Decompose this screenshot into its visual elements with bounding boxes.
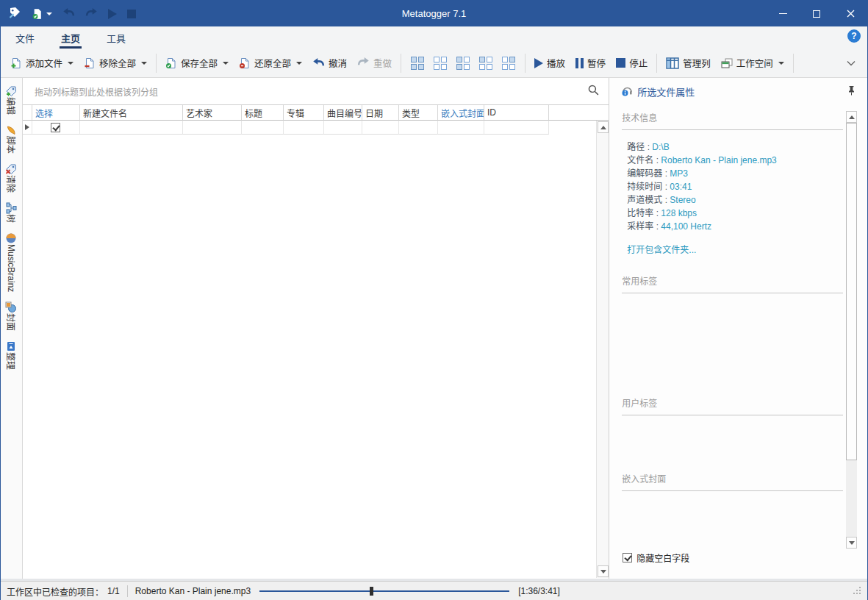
layout-preset-none-icon[interactable] bbox=[434, 57, 447, 70]
scroll-down-button[interactable] bbox=[598, 565, 609, 577]
app-window: Metatogger 7.1 文件 主页 工具 ? 添加文件 移除全部 保存全部 bbox=[0, 0, 868, 600]
pause-button[interactable]: 暂停 bbox=[570, 52, 611, 74]
layout-preset-topright-icon[interactable] bbox=[502, 57, 515, 70]
tab-tools[interactable]: 工具 bbox=[105, 26, 127, 49]
undo-label: 撤消 bbox=[329, 56, 347, 70]
stop-button[interactable]: 停止 bbox=[611, 52, 653, 74]
qat-save-all-button[interactable] bbox=[32, 8, 52, 20]
save-all-dropdown-caret[interactable] bbox=[223, 62, 229, 65]
undo-button[interactable]: 撤消 bbox=[307, 52, 352, 74]
organize-icon bbox=[5, 338, 17, 350]
hide-empty-fields-checkbox[interactable] bbox=[623, 553, 632, 562]
row-indicator bbox=[23, 121, 32, 135]
pin-icon[interactable] bbox=[847, 85, 856, 98]
sidebar-item-covers[interactable]: 封面 bbox=[5, 299, 18, 331]
restore-all-button[interactable]: 还原全部 bbox=[234, 52, 307, 74]
close-button[interactable] bbox=[833, 1, 867, 26]
layout-preset-topleft-icon[interactable] bbox=[479, 57, 492, 70]
qat-save-dropdown-caret[interactable] bbox=[46, 12, 52, 15]
scroll-up-button[interactable] bbox=[598, 121, 609, 133]
toolbar-overflow-button[interactable] bbox=[847, 58, 856, 68]
qat-undo-button[interactable] bbox=[62, 7, 75, 21]
toolbar-separator bbox=[156, 54, 157, 73]
hide-empty-fields-label: 隐藏空白字段 bbox=[636, 551, 689, 564]
open-containing-folder-link[interactable]: 打开包含文件夹... bbox=[627, 243, 843, 255]
tech-info-rows: 路径 : D:\B 文件名 : Roberto Kan - Plain jene… bbox=[627, 140, 843, 233]
play-icon bbox=[534, 58, 543, 68]
column-header-tracknumber[interactable]: 曲目编号 bbox=[324, 105, 362, 121]
remove-all-dropdown-caret[interactable] bbox=[141, 62, 147, 65]
tech-separator: : bbox=[662, 195, 670, 205]
column-header-embeddedcover[interactable]: 嵌入式封面 bbox=[438, 105, 484, 121]
sidebar-item-clear[interactable]: 清除 bbox=[5, 161, 18, 193]
maximize-button[interactable] bbox=[800, 1, 833, 26]
row-cell bbox=[183, 121, 242, 135]
row-cell bbox=[438, 121, 484, 135]
tech-value: 128 kbps bbox=[661, 208, 697, 218]
playback-slider[interactable] bbox=[259, 586, 509, 596]
search-icon[interactable] bbox=[587, 84, 600, 99]
manage-columns-label: 管理列 bbox=[683, 56, 711, 70]
table-row[interactable] bbox=[23, 121, 609, 135]
resize-grip[interactable] bbox=[853, 586, 861, 597]
panel-scroll-up-button[interactable] bbox=[846, 111, 857, 123]
tab-home[interactable]: 主页 bbox=[60, 26, 82, 49]
sidebar-item-edit[interactable]: 编辑 bbox=[5, 83, 18, 115]
manage-columns-button[interactable]: 管理列 bbox=[661, 52, 716, 74]
column-header-newfilename[interactable]: 新建文件名 bbox=[80, 105, 183, 121]
save-all-button[interactable]: 保存全部 bbox=[160, 52, 234, 74]
row-cell bbox=[362, 121, 399, 135]
remove-all-button[interactable]: 移除全部 bbox=[79, 52, 152, 74]
play-label: 播放 bbox=[547, 56, 565, 70]
grid-vertical-scrollbar[interactable] bbox=[596, 121, 609, 578]
help-button[interactable]: ? bbox=[847, 29, 861, 43]
tech-value: D:\B bbox=[652, 142, 669, 152]
workspace-button[interactable]: 工作空间 bbox=[716, 52, 789, 74]
restore-all-dropdown-caret[interactable] bbox=[296, 62, 302, 65]
pause-icon bbox=[575, 58, 584, 68]
sidebar-item-musicbrainz[interactable]: MusicBrainz bbox=[5, 230, 17, 292]
column-header-album[interactable]: 专辑 bbox=[284, 105, 324, 121]
panel-scroll-down-button[interactable] bbox=[846, 537, 857, 549]
toolbar: 添加文件 移除全部 保存全部 还原全部 撤消 重做 bbox=[1, 49, 867, 78]
column-header-title[interactable]: 标题 bbox=[242, 105, 284, 121]
hide-empty-fields-option[interactable]: 隐藏空白字段 bbox=[623, 551, 689, 564]
play-button[interactable]: 播放 bbox=[529, 52, 570, 74]
sidebar-item-organize[interactable]: 整理 bbox=[5, 338, 18, 370]
sidebar-item-scripts[interactable]: 脚本 bbox=[5, 122, 18, 154]
layout-preset-all-icon[interactable] bbox=[411, 57, 424, 70]
qat-play-button[interactable] bbox=[108, 9, 117, 19]
qat-redo-button[interactable] bbox=[85, 7, 98, 21]
tab-file[interactable]: 文件 bbox=[14, 26, 36, 49]
add-files-button[interactable]: 添加文件 bbox=[5, 52, 79, 74]
row-select-cell[interactable] bbox=[32, 121, 80, 135]
tech-row: 路径 : D:\B bbox=[627, 140, 843, 154]
column-header-artist[interactable]: 艺术家 bbox=[183, 105, 242, 121]
layout-preset-left-icon[interactable] bbox=[456, 57, 470, 70]
group-by-bar[interactable]: 拖动列标题到此处根据该列分组 bbox=[23, 78, 609, 105]
add-files-label: 添加文件 bbox=[26, 56, 62, 70]
column-header-id[interactable]: ID bbox=[484, 105, 549, 121]
playback-slider-thumb[interactable] bbox=[370, 587, 373, 596]
statusbar-separator bbox=[127, 585, 128, 597]
tech-separator: : bbox=[653, 155, 661, 165]
chevron-down-icon bbox=[847, 60, 856, 66]
playback-slider-track[interactable] bbox=[259, 590, 509, 592]
redo-button[interactable]: 重做 bbox=[352, 52, 397, 74]
add-files-dropdown-caret[interactable] bbox=[68, 62, 73, 65]
playback-time: [1:36/3:41] bbox=[518, 586, 560, 596]
workspace-dropdown-caret[interactable] bbox=[778, 62, 784, 65]
panel-scrollbar-thumb[interactable] bbox=[846, 123, 857, 460]
column-header-select[interactable]: 选择 bbox=[32, 105, 80, 121]
script-icon bbox=[5, 122, 17, 134]
sidebar-item-tree[interactable]: 树 bbox=[5, 200, 18, 223]
close-icon bbox=[847, 10, 855, 18]
column-header-genre[interactable]: 类型 bbox=[399, 105, 438, 121]
minimize-button[interactable] bbox=[766, 1, 800, 26]
row-checkbox[interactable] bbox=[51, 123, 60, 132]
qat-stop-button[interactable] bbox=[127, 10, 136, 18]
column-header-date[interactable]: 日期 bbox=[362, 105, 399, 121]
sidebar-item-label: MusicBrainz bbox=[6, 244, 16, 292]
triangle-down-icon bbox=[600, 570, 606, 574]
panel-vertical-scrollbar[interactable] bbox=[846, 111, 857, 549]
